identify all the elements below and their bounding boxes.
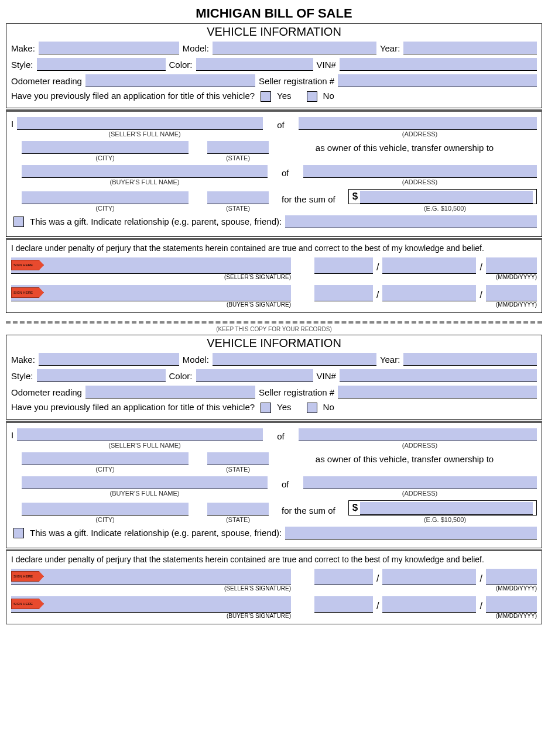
slash: / (375, 262, 380, 274)
buyer-name-input[interactable] (22, 476, 268, 489)
relationship-input[interactable] (285, 527, 537, 539)
buyer-city-caption: (CITY) (22, 205, 189, 212)
declaration-section: I declare under penalty of perjury that … (6, 240, 542, 313)
declaration-text: I declare under penalty of perjury that … (6, 554, 542, 565)
seller-name-input[interactable] (17, 428, 263, 441)
make-label: Make: (11, 355, 35, 366)
seller-date-yyyy-input[interactable] (486, 257, 537, 274)
seller-reg-input[interactable] (338, 386, 537, 398)
buyer-state-input[interactable] (207, 503, 269, 516)
slash: / (375, 601, 380, 613)
seller-state-input[interactable] (207, 141, 269, 154)
title-question-label: Have you previously filed an application… (11, 402, 255, 413)
seller-address-input[interactable] (299, 428, 537, 441)
title-question-label: Have you previously filed an application… (11, 91, 255, 102)
style-input[interactable] (37, 58, 166, 71)
vin-label: VIN# (317, 60, 336, 71)
slash: / (478, 290, 483, 301)
buyer-city-caption: (CITY) (22, 516, 189, 523)
seller-date-dd-input[interactable] (382, 257, 476, 274)
make-input[interactable] (39, 42, 179, 54)
odometer-input[interactable] (85, 74, 255, 87)
for-sum-label: for the sum of (272, 194, 345, 204)
seller-state-input[interactable] (207, 452, 269, 465)
year-label: Year: (380, 43, 400, 54)
odometer-input[interactable] (85, 386, 255, 398)
buyer-state-caption: (STATE) (207, 205, 269, 212)
no-label: No (323, 402, 334, 413)
model-input[interactable] (213, 353, 376, 366)
yes-label: Yes (277, 402, 291, 413)
slash: / (478, 573, 483, 585)
seller-date-mm-input[interactable] (314, 257, 373, 274)
tear-line (6, 321, 542, 324)
seller-city-input[interactable] (22, 452, 189, 465)
yes-checkbox[interactable] (261, 403, 271, 413)
i-label: I (11, 119, 13, 130)
make-input[interactable] (39, 353, 179, 366)
buyer-address-input[interactable] (303, 165, 537, 178)
buyer-date-mm-input[interactable] (314, 596, 373, 613)
seller-sig-caption: (SELLER'S SIGNATURE) (11, 585, 291, 592)
buyer-date-dd-input[interactable] (382, 596, 476, 613)
transfer-section-copy: I of (SELLER'S FULL NAME) (ADDRESS) as o… (6, 423, 542, 548)
buyer-signature-input[interactable]: SIGN HERE (11, 285, 291, 301)
year-input[interactable] (403, 353, 537, 366)
amount-input[interactable] (360, 502, 533, 515)
seller-date-yyyy-input[interactable] (486, 569, 537, 585)
buyer-city-input[interactable] (22, 503, 189, 516)
style-input[interactable] (37, 369, 166, 382)
buyer-city-input[interactable] (22, 191, 189, 204)
vehicle-info-header: VEHICLE INFORMATION (6, 24, 542, 40)
buyer-name-caption: (BUYER'S FULL NAME) (22, 490, 268, 497)
i-label: I (11, 430, 13, 441)
seller-state-caption: (STATE) (207, 466, 269, 473)
vehicle-info-section-copy: VEHICLE INFORMATION Make: Model: Year: S… (6, 335, 542, 420)
seller-address-caption: (ADDRESS) (303, 442, 537, 449)
seller-state-caption: (STATE) (207, 154, 269, 161)
seller-signature-input[interactable]: SIGN HERE (11, 569, 291, 585)
slash: / (375, 290, 380, 301)
seller-date-mm-input[interactable] (314, 569, 373, 585)
style-label: Style: (11, 60, 33, 71)
vehicle-info-section: VEHICLE INFORMATION Make: Model: Year: S… (6, 23, 542, 108)
year-input[interactable] (403, 42, 537, 54)
color-label: Color: (169, 60, 193, 71)
buyer-date-mm-input[interactable] (314, 285, 373, 301)
declaration-text: I declare under penalty of perjury that … (6, 242, 542, 254)
seller-address-input[interactable] (299, 117, 537, 130)
seller-date-dd-input[interactable] (382, 569, 476, 585)
seller-city-caption: (CITY) (22, 466, 189, 473)
gift-checkbox[interactable] (13, 217, 24, 227)
vin-input[interactable] (340, 369, 537, 382)
amount-caption: (E.G. $10,500) (353, 205, 537, 212)
color-input[interactable] (196, 369, 313, 382)
color-input[interactable] (196, 58, 313, 71)
buyer-date-yyyy-input[interactable] (486, 596, 537, 613)
of-label-2: of (271, 479, 300, 489)
buyer-address-input[interactable] (303, 476, 537, 489)
amount-input[interactable] (360, 191, 533, 204)
buyer-state-input[interactable] (207, 191, 269, 204)
seller-name-caption: (SELLER'S FULL NAME) (22, 442, 268, 449)
sign-here-icon: SIGN HERE (11, 260, 44, 270)
yes-checkbox[interactable] (261, 91, 271, 102)
gift-checkbox[interactable] (13, 528, 24, 538)
make-label: Make: (11, 43, 35, 54)
buyer-date-dd-input[interactable] (382, 285, 476, 301)
seller-city-input[interactable] (22, 141, 189, 154)
seller-name-input[interactable] (17, 117, 263, 130)
slash: / (478, 262, 483, 274)
vin-input[interactable] (340, 58, 537, 71)
seller-reg-input[interactable] (338, 74, 537, 87)
buyer-date-yyyy-input[interactable] (486, 285, 537, 301)
no-checkbox[interactable] (307, 91, 317, 102)
no-checkbox[interactable] (307, 403, 317, 413)
buyer-signature-input[interactable]: SIGN HERE (11, 596, 291, 613)
seller-signature-input[interactable]: SIGN HERE (11, 257, 291, 274)
buyer-name-input[interactable] (22, 165, 268, 178)
relationship-input[interactable] (285, 215, 537, 228)
dollar-sign: $ (352, 502, 360, 514)
model-input[interactable] (213, 42, 376, 54)
for-sum-label: for the sum of (272, 506, 345, 516)
